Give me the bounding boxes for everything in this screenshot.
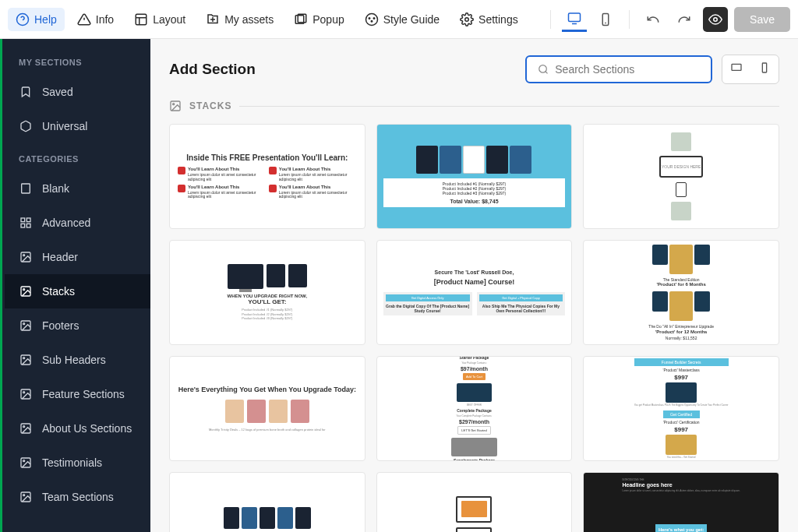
template-card[interactable]: The Standard Edition'Product' for 6 Mont… xyxy=(583,240,779,345)
template-card[interactable]: Secure The 'Lost' Russell Doe, [Product … xyxy=(376,240,573,345)
svg-point-47 xyxy=(173,104,175,105)
desktop-view-button[interactable] xyxy=(562,7,587,32)
divider xyxy=(550,10,551,29)
svg-point-31 xyxy=(23,323,25,325)
template-card[interactable]: Starter PackageYour Package Contains:$97… xyxy=(376,356,573,461)
mobile-icon xyxy=(758,62,771,74)
desktop-preview-button[interactable] xyxy=(722,55,750,83)
svg-point-20 xyxy=(714,17,718,21)
sidebar-label: Header xyxy=(42,251,78,263)
section-label: STACKS xyxy=(189,100,231,111)
help-button[interactable]: Help xyxy=(8,8,65,31)
svg-point-29 xyxy=(23,289,25,291)
svg-point-42 xyxy=(539,65,547,73)
desktop-icon xyxy=(730,62,743,74)
svg-rect-45 xyxy=(762,63,766,72)
sidebar-item-advanced[interactable]: Advanced xyxy=(5,206,150,240)
grid-icon xyxy=(19,216,33,230)
topbar-right: Save xyxy=(546,7,790,32)
sidebar-label: Universal xyxy=(42,120,87,132)
sidebar-item-sub-headers[interactable]: Sub Headers xyxy=(5,343,150,377)
assets-button[interactable]: My assets xyxy=(198,8,281,31)
sidebar-item-universal[interactable]: Universal xyxy=(5,109,150,143)
template-card[interactable]: YOUR DESIGN HERE xyxy=(583,124,779,229)
svg-point-37 xyxy=(23,426,25,428)
svg-rect-23 xyxy=(26,218,30,222)
sidebar-item-saved[interactable]: Saved xyxy=(5,75,150,109)
settings-button[interactable]: Settings xyxy=(452,8,526,31)
popup-button[interactable]: Popup xyxy=(286,8,351,31)
content-header: Add Section xyxy=(169,55,779,84)
topbar-left: Help Info Layout My assets Popup Style G… xyxy=(8,8,542,31)
sidebar-item-about-us-sections[interactable]: About Us Sections xyxy=(5,411,150,446)
svg-rect-4 xyxy=(136,14,147,25)
sidebar-item-testimonials[interactable]: Testimonials xyxy=(5,446,150,480)
svg-rect-22 xyxy=(21,218,25,222)
undo-icon xyxy=(646,12,660,26)
sidebar-item-header[interactable]: Header xyxy=(5,240,150,274)
cube-icon xyxy=(19,119,33,133)
template-card[interactable]: Here's Everything You Get When You Upgra… xyxy=(169,356,365,461)
sections-grid: Inside This FREE Presentation You'll Lea… xyxy=(169,124,779,532)
search-icon xyxy=(538,63,549,76)
file-icon xyxy=(19,181,33,196)
device-toggle xyxy=(722,55,779,84)
template-card[interactable]: Inside This FREE Presentation You'll Lea… xyxy=(169,124,365,229)
divider xyxy=(629,10,630,29)
sidebar-item-blank[interactable]: Blank xyxy=(5,171,150,206)
sidebar-item-feature-sections[interactable]: Feature Sections xyxy=(5,377,150,411)
svg-point-33 xyxy=(23,358,25,359)
search-input[interactable] xyxy=(555,63,700,76)
image-icon xyxy=(19,319,33,333)
image-icon xyxy=(19,387,33,401)
image-icon xyxy=(19,353,33,367)
sidebar-label: Team Sections xyxy=(42,491,114,503)
sidebar-label: Testimonials xyxy=(42,456,102,469)
style-guide-button[interactable]: Style Guide xyxy=(357,8,447,31)
info-button[interactable]: Info xyxy=(69,8,122,31)
layout-label: Layout xyxy=(153,13,185,26)
search-box[interactable] xyxy=(525,55,712,83)
warning-icon xyxy=(77,12,91,26)
divider-line xyxy=(239,106,779,107)
gear-icon xyxy=(460,12,474,26)
page-title: Add Section xyxy=(169,61,256,78)
popup-icon xyxy=(294,12,308,26)
preview-button[interactable] xyxy=(703,7,728,32)
svg-point-14 xyxy=(371,20,373,22)
template-card[interactable]: INTRODUCING THE Headline goes here Lorem… xyxy=(583,472,779,532)
sidebar-label: Advanced xyxy=(42,217,90,229)
image-icon xyxy=(19,456,33,470)
svg-rect-44 xyxy=(732,64,741,70)
template-card[interactable] xyxy=(376,472,573,532)
sidebar-heading-my-sections: MY SECTIONS xyxy=(5,47,150,75)
layout-icon xyxy=(134,12,148,26)
sidebar-item-stacks[interactable]: Stacks xyxy=(5,274,150,308)
template-card[interactable]: WHEN YOU UPGRADE RIGHT NOW, YOU'LL GET: … xyxy=(169,240,365,345)
svg-rect-25 xyxy=(21,224,25,227)
sidebar-heading-categories: CATEGORIES xyxy=(5,143,150,171)
bookmark-icon xyxy=(19,85,33,99)
layout-button[interactable]: Layout xyxy=(126,8,193,31)
save-button[interactable]: Save xyxy=(734,7,790,32)
mobile-view-button[interactable] xyxy=(593,7,618,32)
section-header: STACKS xyxy=(169,100,779,112)
image-icon xyxy=(169,100,182,112)
help-icon xyxy=(16,12,30,26)
sidebar-label: Feature Sections xyxy=(42,388,125,400)
redo-button[interactable] xyxy=(672,7,697,32)
sidebar-label: Footers xyxy=(42,319,79,332)
sidebar-item-team-sections[interactable]: Team Sections xyxy=(5,480,150,514)
template-card[interactable]: Funnel Builder Secrets'Product' Mastercl… xyxy=(583,356,779,461)
sidebar-label: Sub Headers xyxy=(42,354,106,366)
sidebar-item-footers[interactable]: Footers xyxy=(5,308,150,343)
settings-label: Settings xyxy=(478,13,518,26)
template-card[interactable]: Product Included #1 (Normally $297) Prod… xyxy=(376,124,573,229)
mobile-preview-button[interactable] xyxy=(750,55,779,83)
template-card[interactable]: Everything You're Going To Get xyxy=(169,472,365,532)
undo-button[interactable] xyxy=(641,7,666,32)
palette-icon xyxy=(365,12,379,26)
image-icon xyxy=(19,490,33,504)
svg-point-11 xyxy=(365,13,377,25)
image-icon xyxy=(19,421,33,435)
